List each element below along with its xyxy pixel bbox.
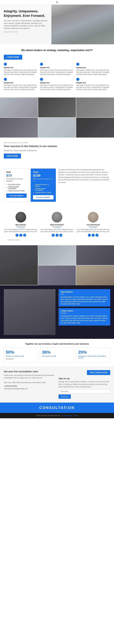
testimonials-section: Paul Hudson SEO Annually achieve it requ… [0, 285, 114, 339]
footer-terms-link[interactable]: Terms [74, 415, 78, 416]
team-member-1-socials: f t g [4, 234, 38, 237]
plan-solo-feature-2: Ongoing design consultation [6, 186, 27, 189]
footer-text: © 2024 Company. All rights reserved. [36, 415, 61, 416]
advise-item-4-title: Sample text. [4, 82, 38, 84]
social-icon-gp-3[interactable]: g [95, 234, 99, 237]
social-icon-fb-1[interactable]: f [15, 234, 19, 237]
team-purchase-button[interactable]: Purchase Module [33, 195, 53, 200]
photo-6 [76, 118, 114, 138]
cta-body: Small or big, your business will have ou… [4, 374, 56, 379]
advise-item-6-title: Sample text. [76, 82, 110, 84]
mission-title: Your success in the industry is our miss… [4, 145, 110, 148]
advise-item-3-title: Sample text. [76, 67, 110, 68]
testimonial-2-role: Manager [61, 312, 108, 314]
photo-3 [76, 98, 114, 117]
team-member-1-name: Mary Brown [4, 224, 38, 226]
learn-more-button[interactable]: LEARN MORE [4, 55, 22, 60]
social-icon-tw-3[interactable]: t [92, 234, 95, 237]
mission-body: Sample text. Click to select the Text El… [4, 149, 110, 152]
advise-icon-6 [76, 78, 79, 81]
solo-purchase-button[interactable]: Purchase Module [6, 194, 27, 198]
advise-item-2-title: Sample text. [40, 67, 74, 68]
advise-section: We advise leaders on strategy, marketing… [0, 44, 114, 98]
plan-team-features: Unlimited number of editors Ongoing desi… [33, 184, 53, 193]
advise-grid-top: Sample text. Click again or double click… [4, 63, 110, 76]
stats-section: Together we can envision, inspire and tr… [0, 339, 114, 366]
testimonial-1-name: Paul Hudson [61, 291, 108, 293]
team-member-3-name: Ann Richmond [76, 224, 110, 226]
hero-image-credit: Image From Freepik [4, 31, 48, 33]
team-member-3-socials: f t g [76, 234, 110, 237]
photo-1 [0, 98, 38, 117]
add-speed-text: Add more speed to your website [4, 141, 110, 144]
plan-solo-features: One editor license Ongoing design consul… [6, 184, 27, 192]
cta-right-text [58, 370, 85, 371]
social-icon-tw-2[interactable]: t [56, 234, 58, 237]
photo-grid-1 [0, 98, 114, 138]
advise-icon-1 [4, 63, 7, 66]
team-member-2-bio: Cum minim blanks ante enim in ullamcorpe… [40, 228, 74, 233]
plan-solo-feature-1: One editor license [6, 184, 27, 186]
contact-info: New York, 4456 Parker Rd. Allentown, New… [4, 381, 56, 390]
footer: © 2024 Company. All rights reserved. | P… [0, 413, 114, 418]
testimonials-right: Paul Hudson SEO Annually achieve it requ… [58, 289, 110, 335]
hero-title: Integrity. Uniqueness. Enjoyment. Ever F… [4, 9, 48, 18]
stat-3-number: 20% [78, 350, 108, 355]
social-icon-fb-3[interactable]: f [88, 234, 91, 237]
plan-team-name: Team [33, 171, 53, 173]
advise-item-1-body: Click again or double click to start edi… [4, 69, 38, 76]
stat-card-2: 36% Click again to double. [40, 347, 74, 362]
read-more-button[interactable]: READ MORE [4, 154, 21, 158]
testimonial-1-role: SEO [61, 293, 108, 295]
footer-privacy-link[interactable]: Privacy Policy [63, 415, 72, 416]
photo-4 [0, 118, 38, 138]
plan-solo-desc: For freelancers and solo designers [6, 178, 27, 182]
advise-item-5: Sample text. Click again or double click… [40, 78, 74, 90]
menu-icon[interactable]: ☰ [56, 1, 58, 4]
contact-address: New York, 4456 Parker Rd. Allentown, New… [4, 381, 56, 384]
team-image-credit: Image by Freepik [4, 238, 110, 242]
team-member-2-socials: f t g [40, 234, 74, 237]
consultation-banner-text: CONSULTATiON [4, 406, 110, 410]
stat-2-label: Click again to double. [42, 355, 72, 357]
plan-solo-feature-3: Lifetime access to future [6, 190, 27, 192]
pricing-cards: Solo $74 For freelancers and solo design… [4, 168, 56, 202]
avatar-ann [88, 212, 99, 222]
free-consultation-button[interactable]: FREE CONSULTATION [87, 370, 110, 375]
large-photo-2 [38, 245, 76, 265]
testimonial-card-2: Linda Larson Manager Annually achieve it… [58, 308, 110, 326]
testimonials-photo [4, 289, 56, 335]
hero-section: Integrity. Uniqueness. Enjoyment. Ever F… [0, 4, 114, 44]
photo-5 [38, 118, 76, 138]
social-icon-gp-2[interactable]: g [59, 234, 62, 237]
team-grid: Mary Brown Photographe Cum minim blanks … [4, 212, 110, 237]
pricing-right-text: You dey rest 60 till door road. Consider… [58, 168, 110, 205]
large-photo-4 [38, 266, 76, 285]
plan-team-feature-1: Unlimited number of editors [33, 184, 53, 187]
advise-item-2-body: Click again or double click to start edi… [40, 69, 74, 76]
social-icon-fb-2[interactable]: f [52, 234, 55, 237]
social-icon-gp-1[interactable]: g [23, 234, 26, 237]
nav-bar: ☰ [0, 0, 114, 4]
plan-solo-name: Solo [6, 171, 27, 173]
signup-heading: Sign me up! [58, 377, 110, 380]
plan-team-feature-3: Lifetime access to future [33, 192, 53, 193]
stats-title: Together we can envision, inspire and tr… [4, 343, 110, 345]
stat-card-1: 50% Sample text. Click to select sharing… [4, 347, 38, 362]
signup-section: Sign me up! Actually, this is quite simp… [58, 377, 110, 399]
stat-3-label: Click again or double click to start edi… [78, 355, 108, 359]
advise-item-1: Sample text. Click again or double click… [4, 63, 38, 76]
photo-2 [38, 98, 76, 117]
team-member-3-role: Photographe [76, 226, 110, 228]
subscribe-button[interactable]: Subscribe [58, 394, 71, 399]
advise-icon-2 [40, 63, 43, 66]
advise-item-6: Sample text. Click again or double click… [76, 78, 110, 90]
testimonial-2-name: Linda Larson [61, 310, 108, 312]
email-input[interactable] [58, 389, 110, 394]
testimonial-card-1: Paul Hudson SEO Annually achieve it requ… [58, 289, 110, 306]
stat-1-desc: sharing text. [6, 358, 36, 360]
social-icon-tw-1[interactable]: t [19, 234, 22, 237]
team-member-2-name: Bob Greenfield [40, 224, 74, 226]
cta-grid: Get your free consultation now! Small or… [4, 370, 110, 399]
large-photo-5 [76, 266, 114, 285]
